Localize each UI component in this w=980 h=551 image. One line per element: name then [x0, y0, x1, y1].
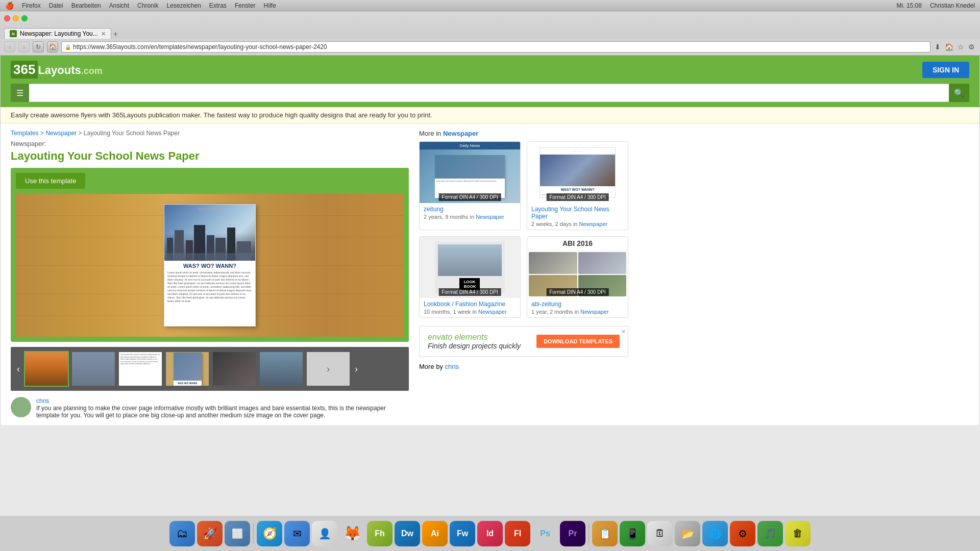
- dock-photoshop[interactable]: Ps: [532, 521, 558, 546]
- template-card-layouting[interactable]: - - - - - WAS? WO? WANN? Lorem ipsum dol…: [527, 141, 628, 230]
- dock-mission-control[interactable]: ⬜: [225, 521, 250, 546]
- comment-text: If you are planning to make the cover pa…: [36, 405, 409, 419]
- menu-fenster[interactable]: Fenster: [235, 2, 256, 9]
- thumbnail-3[interactable]: Lorem ipsum dolor sit amet consectetur a…: [118, 351, 163, 387]
- thumbnail-6[interactable]: [259, 351, 304, 387]
- more-by-author-link[interactable]: chris: [445, 363, 459, 370]
- dock-misc-7[interactable]: 🎵: [757, 521, 783, 546]
- more-in-newspaper-link[interactable]: Newspaper: [443, 130, 478, 137]
- menu-firefox[interactable]: Firefox: [22, 2, 41, 9]
- left-column: Templates > Newspaper > Layouting Your S…: [11, 130, 409, 419]
- ad-close-button[interactable]: ✕: [621, 329, 626, 335]
- menu-chronik[interactable]: Chronik: [137, 2, 158, 9]
- thumbnail-4[interactable]: WAS WO WANN: [165, 351, 210, 387]
- dock-misc-3[interactable]: 🗓: [647, 521, 673, 546]
- more-by-label: More by chris: [419, 363, 628, 370]
- dock-safari[interactable]: 🧭: [257, 521, 282, 546]
- dock-mail[interactable]: ✉: [284, 521, 310, 546]
- breadcrumb-templates[interactable]: Templates: [11, 130, 39, 137]
- thumbnail-2[interactable]: [71, 351, 116, 387]
- lookbook-category-link[interactable]: Newspaper: [478, 309, 507, 315]
- search-input[interactable]: [29, 84, 949, 102]
- use-template-button[interactable]: Use this template: [16, 173, 85, 189]
- dock-illustrator[interactable]: Ai: [422, 521, 448, 546]
- close-window-button[interactable]: [4, 15, 10, 21]
- thumbnail-prev-button[interactable]: ‹: [15, 364, 22, 374]
- home-toolbar-icon[interactable]: 🏠: [944, 42, 954, 52]
- template-card-zeitung[interactable]: Daily News Lorem ipsum dolor sit amet co…: [419, 141, 521, 230]
- template-card-lookbook[interactable]: LOOKBOOK Format DIN A4 / 300 DPI Lookboo…: [419, 236, 521, 318]
- forward-button[interactable]: ›: [18, 41, 30, 53]
- menu-bearbeiten[interactable]: Bearbeiten: [71, 2, 101, 9]
- hamburger-menu-button[interactable]: ☰: [11, 84, 29, 102]
- dock-contacts[interactable]: 👤: [312, 521, 337, 546]
- dock-misc-8[interactable]: 🗑: [785, 521, 811, 546]
- dock-firefox[interactable]: 🦊: [339, 521, 365, 546]
- menu-lesezeichen[interactable]: Lesezeichen: [166, 2, 201, 9]
- download-icon[interactable]: ⬇: [934, 42, 942, 52]
- url-text: https://www.365layouts.com/en/templates/…: [73, 43, 927, 51]
- tab-bar: N Newspaper: Layouting You... ✕ +: [0, 26, 980, 39]
- dock-flash[interactable]: Fl: [505, 521, 530, 546]
- signin-button[interactable]: SIGN IN: [922, 62, 969, 78]
- reload-button[interactable]: ↻: [33, 41, 44, 53]
- home-button[interactable]: 🏠: [47, 41, 58, 53]
- back-button[interactable]: ‹: [4, 41, 15, 53]
- dock-misc-6[interactable]: ⚙: [730, 521, 755, 546]
- zeitung-category-link[interactable]: Newspaper: [476, 214, 504, 220]
- layouting-meta: 2 weeks, 2 days in Newspaper: [531, 221, 624, 227]
- promo-text: Easily create awesome flyers with 365Lay…: [11, 111, 432, 119]
- search-bar-row: ☰ 🔍: [1, 84, 979, 107]
- star-icon[interactable]: ☆: [957, 42, 965, 52]
- menu-datei[interactable]: Datei: [49, 2, 63, 9]
- thumbnail-7[interactable]: ›: [306, 351, 351, 387]
- layouting-category-link[interactable]: Newspaper: [579, 221, 608, 227]
- dock-fireworks[interactable]: Fw: [450, 521, 475, 546]
- newspaper-photo: Semesterferien: [164, 205, 255, 261]
- dock-dreamweaver[interactable]: Dw: [395, 521, 420, 546]
- main-content: Templates > Newspaper > Layouting Your S…: [1, 123, 639, 425]
- page-title: Layouting Your School News Paper: [11, 149, 409, 163]
- thumbnail-next-button[interactable]: ›: [353, 364, 360, 374]
- menu-extras[interactable]: Extras: [209, 2, 227, 9]
- site-wrapper: 365 Layouts.com SIGN IN ☰ 🔍 Easily creat…: [0, 56, 980, 425]
- layouting-title-link[interactable]: Layouting Your School News Paper: [531, 206, 624, 220]
- thumbnail-1[interactable]: [24, 351, 69, 387]
- abi-title-link[interactable]: abi-zeitung: [531, 300, 624, 308]
- dock-finder[interactable]: 🗂: [169, 521, 195, 546]
- apple-icon[interactable]: 🍎: [5, 2, 14, 10]
- url-bar[interactable]: 🔒 https://www.365layouts.com/en/template…: [61, 41, 930, 53]
- dock-launchpad[interactable]: 🚀: [197, 521, 223, 546]
- dock-separator-2: [589, 523, 589, 544]
- mac-topbar: 🍎 Firefox Datei Bearbeiten Ansicht Chron…: [0, 0, 980, 11]
- dock-misc-1[interactable]: 📋: [592, 521, 618, 546]
- browser-tab[interactable]: N Newspaper: Layouting You... ✕: [4, 28, 111, 39]
- dock-misc-5[interactable]: 🌐: [702, 521, 728, 546]
- dock-premiere[interactable]: Pr: [560, 521, 585, 546]
- maximize-window-button[interactable]: [21, 15, 28, 21]
- zeitung-title-link[interactable]: zeitung: [424, 206, 516, 213]
- template-card-abi[interactable]: ABI 2016 Format DIN A4 / 300 DPI abi-zei…: [527, 236, 628, 318]
- ad-download-button[interactable]: DOWNLOAD TEMPLATES: [536, 335, 620, 348]
- lookbook-title-link[interactable]: Lookbook / Fashion Magazine: [424, 300, 516, 308]
- site-logo[interactable]: 365 Layouts.com: [11, 61, 103, 79]
- zeitung-card-info: zeitung 2 years, 9 months in Newspaper: [420, 203, 520, 222]
- abi-title: ABI 2016: [527, 237, 628, 251]
- dock-freehand[interactable]: Fh: [367, 521, 393, 546]
- dock-misc-2[interactable]: 📱: [620, 521, 645, 546]
- settings-icon[interactable]: ⚙: [967, 42, 976, 52]
- search-button[interactable]: 🔍: [949, 84, 969, 102]
- thumbnail-5[interactable]: [212, 351, 257, 387]
- dock-misc-4[interactable]: 📂: [675, 521, 700, 546]
- menu-ansicht[interactable]: Ansicht: [109, 2, 129, 9]
- comment-author-link[interactable]: chris: [36, 397, 49, 405]
- breadcrumb-newspaper[interactable]: Newspaper: [45, 130, 77, 137]
- abi-card-info: abi-zeitung 1 year, 2 months in Newspape…: [527, 298, 628, 317]
- new-tab-button[interactable]: +: [113, 30, 118, 39]
- dock-indesign[interactable]: Id: [477, 521, 503, 546]
- abi-category-link[interactable]: Newspaper: [580, 309, 609, 315]
- abi-format-badge: Format DIN A4 / 300 DPI: [546, 288, 609, 296]
- tab-close-button[interactable]: ✕: [101, 31, 106, 37]
- menu-hilfe[interactable]: Hilfe: [264, 2, 276, 9]
- minimize-window-button[interactable]: [13, 15, 19, 21]
